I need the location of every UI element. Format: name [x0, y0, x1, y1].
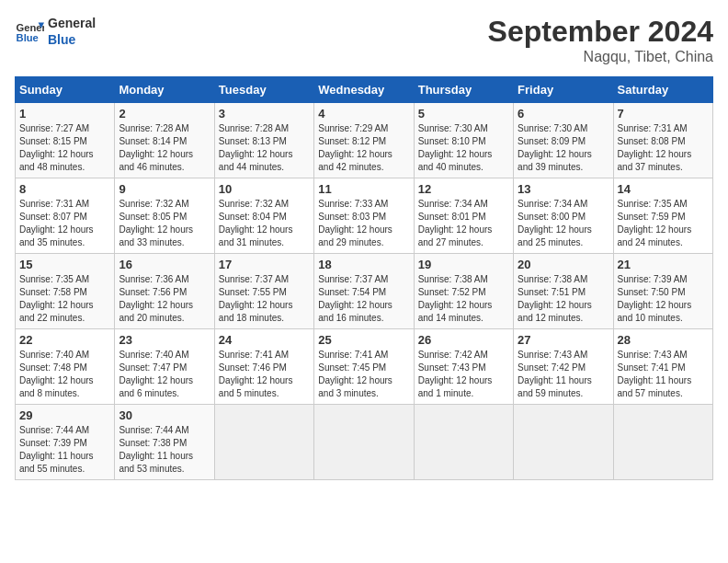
- calendar-day-cell: 26Sunrise: 7:42 AM Sunset: 7:43 PM Dayli…: [414, 329, 513, 405]
- day-info: Sunrise: 7:30 AM Sunset: 8:09 PM Dayligh…: [518, 122, 609, 174]
- day-info: Sunrise: 7:44 AM Sunset: 7:38 PM Dayligh…: [119, 424, 210, 476]
- weekday-header: Saturday: [613, 77, 712, 103]
- day-info: Sunrise: 7:30 AM Sunset: 8:10 PM Dayligh…: [418, 122, 509, 174]
- weekday-header: Thursday: [414, 77, 513, 103]
- day-info: Sunrise: 7:31 AM Sunset: 8:07 PM Dayligh…: [19, 198, 110, 249]
- day-info: Sunrise: 7:38 AM Sunset: 7:51 PM Dayligh…: [518, 273, 609, 325]
- day-number: 24: [219, 333, 310, 347]
- day-info: Sunrise: 7:35 AM Sunset: 7:59 PM Dayligh…: [618, 198, 709, 249]
- calendar-day-cell: 1Sunrise: 7:27 AM Sunset: 8:15 PM Daylig…: [16, 103, 115, 178]
- day-number: 21: [618, 258, 709, 271]
- day-number: 30: [119, 408, 210, 422]
- calendar-day-cell: 21Sunrise: 7:39 AM Sunset: 7:50 PM Dayli…: [613, 254, 712, 329]
- day-info: Sunrise: 7:36 AM Sunset: 7:56 PM Dayligh…: [119, 273, 210, 325]
- day-info: Sunrise: 7:34 AM Sunset: 8:00 PM Dayligh…: [518, 198, 609, 249]
- svg-text:Blue: Blue: [17, 32, 39, 43]
- day-number: 4: [318, 107, 409, 121]
- day-number: 2: [119, 107, 210, 121]
- weekday-header-row: SundayMondayTuesdayWednesdayThursdayFrid…: [16, 77, 713, 103]
- day-info: Sunrise: 7:42 AM Sunset: 7:43 PM Dayligh…: [418, 349, 509, 400]
- day-info: Sunrise: 7:37 AM Sunset: 7:54 PM Dayligh…: [318, 273, 409, 325]
- day-info: Sunrise: 7:43 AM Sunset: 7:42 PM Dayligh…: [518, 349, 609, 400]
- logo-icon: General Blue: [15, 17, 44, 46]
- calendar-day-cell: 4Sunrise: 7:29 AM Sunset: 8:12 PM Daylig…: [314, 103, 414, 178]
- calendar-day-cell: 11Sunrise: 7:33 AM Sunset: 8:03 PM Dayli…: [314, 178, 414, 254]
- calendar-day-cell: [414, 405, 513, 480]
- calendar-day-cell: 5Sunrise: 7:30 AM Sunset: 8:10 PM Daylig…: [414, 103, 513, 178]
- calendar-day-cell: 18Sunrise: 7:37 AM Sunset: 7:54 PM Dayli…: [314, 254, 414, 329]
- day-number: 8: [19, 182, 110, 196]
- day-info: Sunrise: 7:28 AM Sunset: 8:14 PM Dayligh…: [119, 122, 210, 174]
- calendar-day-cell: [514, 405, 613, 480]
- day-number: 10: [219, 182, 310, 196]
- calendar-week-row: 22Sunrise: 7:40 AM Sunset: 7:48 PM Dayli…: [16, 329, 713, 405]
- calendar-day-cell: 28Sunrise: 7:43 AM Sunset: 7:41 PM Dayli…: [613, 329, 712, 405]
- calendar-day-cell: [613, 405, 712, 480]
- day-info: Sunrise: 7:38 AM Sunset: 7:52 PM Dayligh…: [418, 273, 509, 325]
- day-number: 22: [19, 333, 110, 347]
- day-number: 11: [318, 182, 409, 196]
- calendar-day-cell: 8Sunrise: 7:31 AM Sunset: 8:07 PM Daylig…: [16, 178, 115, 254]
- day-info: Sunrise: 7:29 AM Sunset: 8:12 PM Dayligh…: [318, 122, 409, 174]
- day-info: Sunrise: 7:41 AM Sunset: 7:45 PM Dayligh…: [318, 349, 409, 400]
- day-number: 26: [418, 333, 509, 347]
- calendar-day-cell: 10Sunrise: 7:32 AM Sunset: 8:04 PM Dayli…: [214, 178, 313, 254]
- day-number: 3: [219, 107, 310, 121]
- day-number: 29: [19, 408, 110, 422]
- calendar-day-cell: [214, 405, 313, 480]
- logo-text: General Blue: [48, 15, 96, 48]
- calendar-day-cell: 16Sunrise: 7:36 AM Sunset: 7:56 PM Dayli…: [115, 254, 214, 329]
- day-info: Sunrise: 7:31 AM Sunset: 8:08 PM Dayligh…: [618, 122, 709, 174]
- calendar-day-cell: 19Sunrise: 7:38 AM Sunset: 7:52 PM Dayli…: [414, 254, 513, 329]
- calendar-week-row: 1Sunrise: 7:27 AM Sunset: 8:15 PM Daylig…: [16, 103, 713, 178]
- day-info: Sunrise: 7:32 AM Sunset: 8:04 PM Dayligh…: [219, 198, 310, 249]
- calendar-day-cell: 17Sunrise: 7:37 AM Sunset: 7:55 PM Dayli…: [214, 254, 313, 329]
- calendar-day-cell: 29Sunrise: 7:44 AM Sunset: 7:39 PM Dayli…: [16, 405, 115, 480]
- day-number: 13: [518, 182, 609, 196]
- day-info: Sunrise: 7:39 AM Sunset: 7:50 PM Dayligh…: [618, 273, 709, 325]
- calendar-day-cell: 30Sunrise: 7:44 AM Sunset: 7:38 PM Dayli…: [115, 405, 214, 480]
- day-number: 15: [19, 258, 110, 271]
- day-info: Sunrise: 7:41 AM Sunset: 7:46 PM Dayligh…: [219, 349, 310, 400]
- day-info: Sunrise: 7:40 AM Sunset: 7:48 PM Dayligh…: [19, 349, 110, 400]
- day-number: 9: [119, 182, 210, 196]
- calendar-day-cell: 23Sunrise: 7:40 AM Sunset: 7:47 PM Dayli…: [115, 329, 214, 405]
- weekday-header: Tuesday: [214, 77, 313, 103]
- day-number: 14: [618, 182, 709, 196]
- day-info: Sunrise: 7:27 AM Sunset: 8:15 PM Dayligh…: [19, 122, 110, 174]
- day-number: 5: [418, 107, 509, 121]
- calendar-week-row: 15Sunrise: 7:35 AM Sunset: 7:58 PM Dayli…: [16, 254, 713, 329]
- calendar-week-row: 8Sunrise: 7:31 AM Sunset: 8:07 PM Daylig…: [16, 178, 713, 254]
- day-number: 18: [318, 258, 409, 271]
- day-info: Sunrise: 7:44 AM Sunset: 7:39 PM Dayligh…: [19, 424, 110, 476]
- calendar-day-cell: 15Sunrise: 7:35 AM Sunset: 7:58 PM Dayli…: [16, 254, 115, 329]
- weekday-header: Sunday: [16, 77, 115, 103]
- location: Nagqu, Tibet, China: [488, 49, 713, 65]
- day-number: 20: [518, 258, 609, 271]
- day-number: 16: [119, 258, 210, 271]
- calendar-day-cell: 6Sunrise: 7:30 AM Sunset: 8:09 PM Daylig…: [514, 103, 613, 178]
- page-header: General Blue General Blue September 2024…: [15, 15, 713, 65]
- calendar-day-cell: [314, 405, 414, 480]
- calendar-day-cell: 3Sunrise: 7:28 AM Sunset: 8:13 PM Daylig…: [214, 103, 313, 178]
- weekday-header: Wednesday: [314, 77, 414, 103]
- day-number: 6: [518, 107, 609, 121]
- day-number: 12: [418, 182, 509, 196]
- calendar-table: SundayMondayTuesdayWednesdayThursdayFrid…: [15, 76, 713, 480]
- day-number: 1: [19, 107, 110, 121]
- day-number: 17: [219, 258, 310, 271]
- day-info: Sunrise: 7:32 AM Sunset: 8:05 PM Dayligh…: [119, 198, 210, 249]
- calendar-day-cell: 9Sunrise: 7:32 AM Sunset: 8:05 PM Daylig…: [115, 178, 214, 254]
- calendar-day-cell: 13Sunrise: 7:34 AM Sunset: 8:00 PM Dayli…: [514, 178, 613, 254]
- calendar-day-cell: 27Sunrise: 7:43 AM Sunset: 7:42 PM Dayli…: [514, 329, 613, 405]
- calendar-week-row: 29Sunrise: 7:44 AM Sunset: 7:39 PM Dayli…: [16, 405, 713, 480]
- day-info: Sunrise: 7:28 AM Sunset: 8:13 PM Dayligh…: [219, 122, 310, 174]
- day-number: 23: [119, 333, 210, 347]
- day-number: 28: [618, 333, 709, 347]
- day-number: 25: [318, 333, 409, 347]
- day-info: Sunrise: 7:40 AM Sunset: 7:47 PM Dayligh…: [119, 349, 210, 400]
- calendar-day-cell: 7Sunrise: 7:31 AM Sunset: 8:08 PM Daylig…: [613, 103, 712, 178]
- title-block: September 2024 Nagqu, Tibet, China: [488, 15, 713, 65]
- logo: General Blue General Blue: [15, 15, 96, 48]
- day-info: Sunrise: 7:35 AM Sunset: 7:58 PM Dayligh…: [19, 273, 110, 325]
